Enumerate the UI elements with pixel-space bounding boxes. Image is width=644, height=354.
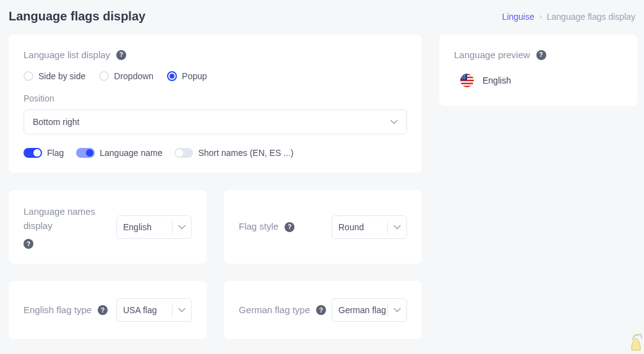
switch-icon: [174, 148, 193, 158]
help-icon[interactable]: ?: [536, 50, 546, 60]
flag-style-select[interactable]: Round: [332, 215, 407, 239]
svg-point-15: [465, 77, 465, 77]
toggle-short-names[interactable]: Short names (EN, ES ...): [174, 148, 293, 158]
page-title: Language flags display: [9, 9, 145, 24]
select-value: Bottom right: [33, 117, 79, 127]
svg-rect-5: [460, 83, 474, 84]
card-label: Language names display ?: [24, 205, 116, 249]
svg-point-10: [465, 74, 465, 75]
chevron-down-icon: [173, 225, 191, 230]
card-label: English flag type ?: [24, 303, 108, 317]
heading-text: Language list display: [24, 50, 110, 60]
page-header: Language flags display Linguise › Langua…: [0, 0, 644, 35]
toggle-label: Short names (EN, ES ...): [198, 148, 293, 158]
svg-point-16: [462, 78, 463, 79]
radio-icon: [167, 71, 177, 81]
radio-dropdown[interactable]: Dropdown: [99, 71, 153, 81]
svg-point-8: [461, 74, 462, 75]
preview-language-item[interactable]: English: [454, 71, 622, 87]
svg-point-9: [463, 74, 463, 75]
chevron-down-icon: [173, 308, 191, 313]
card-label: German flag type ?: [239, 303, 326, 317]
chevron-down-icon: [388, 225, 406, 230]
svg-point-11: [462, 76, 463, 76]
radio-icon: [99, 71, 109, 81]
svg-rect-6: [460, 86, 474, 87]
label-text: Language names display: [24, 205, 116, 233]
position-label: Position: [24, 93, 407, 103]
radio-icon: [24, 71, 33, 81]
german-flag-select[interactable]: German flag: [332, 298, 407, 322]
language-list-display-card: Language list display ? Side by side Dro…: [9, 35, 422, 173]
english-flag-type-card: English flag type ? USA flag: [9, 281, 207, 339]
usa-flag-icon: [460, 74, 474, 87]
breadcrumb-home[interactable]: Linguise: [502, 12, 535, 22]
select-value: USA flag: [117, 305, 172, 315]
radio-label: Dropdown: [114, 71, 153, 81]
radio-side-by-side[interactable]: Side by side: [24, 71, 85, 81]
select-value: Round: [332, 222, 387, 232]
toggle-label: Flag: [47, 148, 64, 158]
radio-label: Side by side: [38, 71, 85, 81]
language-names-select[interactable]: English: [116, 215, 192, 239]
language-list-display-heading: Language list display ?: [24, 50, 126, 60]
help-icon[interactable]: ?: [24, 239, 33, 249]
german-flag-type-card: German flag type ? German flag: [224, 281, 422, 339]
english-flag-select[interactable]: USA flag: [116, 298, 192, 322]
breadcrumb: Linguise › Language flags display: [502, 12, 635, 22]
chevron-down-icon: [388, 308, 406, 313]
toggle-language-name[interactable]: Language name: [76, 148, 162, 158]
svg-point-17: [464, 78, 465, 79]
breadcrumb-current: Language flags display: [547, 12, 635, 22]
help-icon[interactable]: ?: [285, 222, 294, 232]
select-value: English: [117, 222, 172, 232]
language-preview-card: Language preview ?: [439, 35, 637, 106]
svg-point-13: [461, 77, 462, 77]
language-names-display-card: Language names display ? English: [9, 190, 207, 264]
preview-language-name: English: [483, 76, 511, 85]
switch-icon: [76, 148, 95, 158]
radio-label: Popup: [182, 71, 207, 81]
display-mode-radio-group: Side by side Dropdown Popup: [24, 71, 407, 81]
position-select[interactable]: Bottom right: [24, 110, 407, 134]
chevron-right-icon: ›: [539, 12, 542, 21]
toggle-label: Language name: [100, 148, 162, 158]
help-icon[interactable]: ?: [316, 305, 326, 315]
radio-popup[interactable]: Popup: [167, 71, 207, 81]
svg-point-12: [464, 76, 465, 76]
label-text: Flag style: [239, 220, 278, 234]
flag-style-card: Flag style ? Round: [224, 190, 422, 264]
heading-text: Language preview: [454, 50, 530, 60]
label-text: English flag type: [24, 303, 92, 317]
chevron-down-icon: [390, 119, 398, 124]
card-label: Flag style ?: [239, 220, 294, 234]
language-preview-heading: Language preview ?: [454, 50, 546, 60]
help-icon[interactable]: ?: [98, 305, 108, 315]
help-icon[interactable]: ?: [116, 50, 126, 60]
label-text: German flag type: [239, 303, 310, 317]
svg-point-14: [463, 77, 463, 77]
select-value: German flag: [332, 305, 387, 315]
toggle-flag[interactable]: Flag: [24, 148, 64, 158]
switch-icon: [24, 148, 42, 158]
